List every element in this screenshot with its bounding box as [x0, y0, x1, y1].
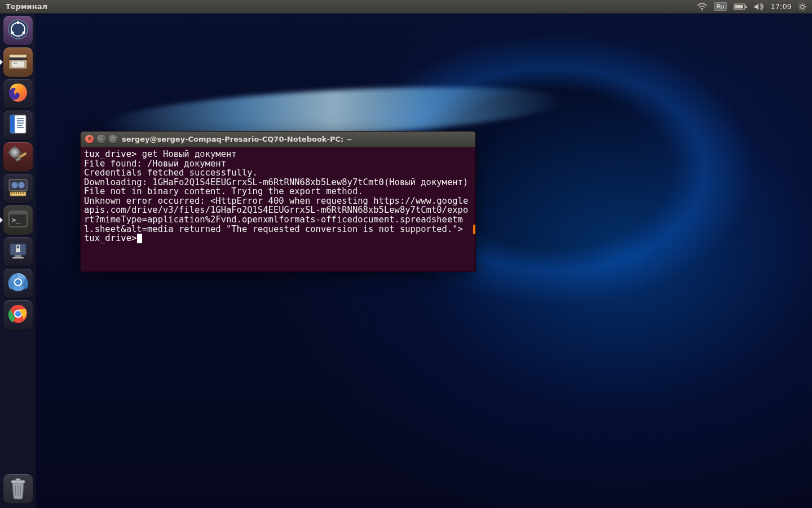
terminal-icon: >_	[7, 208, 29, 233]
launcher-settings[interactable]	[3, 142, 33, 172]
terminal-command: get Новый документ	[136, 149, 236, 159]
window-maximize-button[interactable]: ▢	[109, 135, 117, 143]
dash-icon	[7, 18, 29, 43]
svg-rect-25	[10, 115, 15, 133]
svg-point-40	[11, 182, 18, 189]
svg-line-12	[805, 4, 805, 5]
terminal-line: tux_drive>	[84, 234, 472, 243]
chrome-icon	[7, 303, 29, 327]
svg-rect-19	[9, 58, 27, 60]
terminal-body[interactable]: tux_drive> get Новый документFile found:…	[81, 147, 475, 271]
terminal-line: Unknown error occurred: <HttpError 400 w…	[84, 196, 472, 234]
terminal-window[interactable]: ✕ – ▢ sergey@sergey-Compaq-Presario-CQ70…	[80, 131, 476, 272]
launcher-lock-screen[interactable]	[3, 237, 33, 266]
launcher-trash[interactable]	[3, 474, 33, 503]
svg-rect-21	[11, 61, 25, 68]
svg-rect-3	[735, 5, 743, 8]
writer-icon	[7, 113, 29, 138]
svg-rect-54	[12, 257, 24, 259]
window-close-button[interactable]: ✕	[85, 135, 94, 143]
settings-icon	[7, 144, 29, 169]
launcher-dash[interactable]	[3, 16, 33, 45]
svg-text:>_: >_	[12, 216, 20, 224]
svg-rect-63	[16, 479, 20, 481]
svg-rect-50	[9, 211, 27, 214]
terminal-line: File found: /Новый документ	[84, 159, 472, 169]
svg-rect-53	[15, 255, 21, 257]
svg-rect-22	[14, 63, 17, 64]
svg-point-0	[701, 10, 703, 11]
svg-rect-46	[18, 192, 19, 194]
svg-rect-2	[745, 6, 747, 8]
system-gear-icon[interactable]	[798, 3, 806, 11]
svg-rect-43	[11, 192, 12, 194]
launcher-chrome[interactable]	[3, 300, 33, 330]
battery-icon[interactable]	[734, 3, 747, 10]
trash-icon	[9, 478, 27, 500]
window-minimize-button[interactable]: –	[97, 135, 105, 143]
svg-rect-20	[10, 55, 26, 57]
launcher-files[interactable]	[3, 47, 33, 77]
svg-point-61	[15, 311, 21, 317]
launcher-terminal[interactable]: >_	[3, 205, 33, 235]
lock-screen-icon	[7, 239, 29, 264]
svg-point-41	[18, 182, 25, 189]
video-editor-icon	[7, 176, 29, 201]
svg-point-32	[12, 150, 17, 155]
terminal-prompt: tux_drive>	[84, 233, 136, 243]
sound-icon[interactable]	[754, 3, 764, 11]
svg-point-17	[11, 32, 14, 34]
keyboard-layout-indicator[interactable]: Ru	[714, 2, 726, 11]
terminal-prompt: tux_drive>	[84, 149, 136, 159]
svg-rect-45	[16, 192, 17, 194]
svg-line-10	[805, 8, 805, 9]
terminal-line: Downloading: 1GHaFo2Q1S4EEUGrrxSL-m6RtRN…	[84, 178, 472, 187]
clock[interactable]: 17:09	[771, 2, 792, 11]
terminal-line: Credentials fetched successfully.	[84, 168, 472, 178]
svg-point-15	[16, 21, 19, 24]
terminal-title: sergey@sergey-Compaq-Presario-CQ70-Noteb…	[122, 135, 352, 143]
svg-point-16	[22, 32, 25, 34]
firefox-icon	[7, 81, 29, 106]
network-wifi-icon[interactable]	[697, 3, 707, 11]
svg-line-9	[800, 4, 800, 5]
terminal-titlebar[interactable]: ✕ – ▢ sergey@sergey-Compaq-Presario-CQ70…	[81, 132, 475, 147]
terminal-line: File not in binary content. Trying the e…	[84, 187, 472, 196]
terminal-edge-indicator	[473, 225, 475, 234]
terminal-cursor	[137, 234, 142, 243]
launcher: >_	[0, 14, 36, 508]
launcher-video-editor[interactable]	[3, 174, 33, 203]
chromium-icon	[7, 271, 29, 296]
svg-line-11	[800, 8, 800, 9]
launcher-firefox[interactable]	[3, 79, 33, 108]
svg-rect-47	[20, 192, 21, 194]
top-panel: Терминал Ru 17:09	[0, 0, 812, 14]
svg-point-4	[801, 5, 804, 8]
files-icon	[7, 50, 29, 75]
terminal-line: tux_drive> get Новый документ	[84, 150, 472, 159]
launcher-writer[interactable]	[3, 111, 33, 140]
svg-rect-48	[23, 192, 24, 194]
svg-rect-44	[14, 192, 15, 194]
svg-point-58	[15, 279, 21, 285]
active-app-title[interactable]: Терминал	[3, 2, 50, 11]
svg-rect-55	[16, 248, 20, 252]
launcher-chromium[interactable]	[3, 269, 33, 298]
